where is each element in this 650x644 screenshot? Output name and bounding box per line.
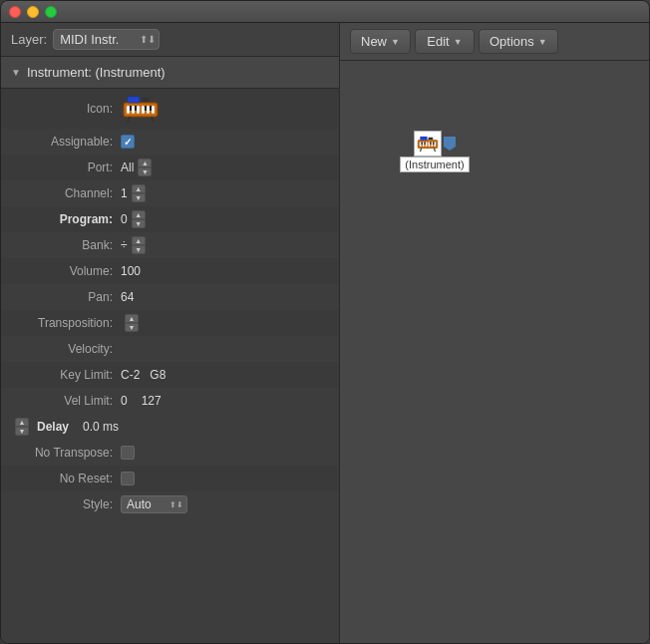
style-row: Style: Auto Custom ⬆⬇ <box>1 491 339 517</box>
edit-button[interactable]: Edit ▼ <box>415 29 475 54</box>
svg-rect-18 <box>420 142 422 147</box>
style-label: Style: <box>11 497 121 511</box>
edit-dropdown-arrow: ▼ <box>454 37 463 47</box>
instrument-node[interactable]: (Instrument) <box>400 131 470 172</box>
svg-rect-24 <box>422 142 423 145</box>
delay-down[interactable]: ▼ <box>15 427 29 436</box>
key-limit-low: C-2 <box>121 368 140 382</box>
node-icon-row <box>414 131 456 157</box>
pan-row: Pan: 64 <box>1 284 339 310</box>
left-panel: Layer: MIDI Instr. All Objects Click & F… <box>1 23 340 643</box>
volume-value: 100 <box>121 264 141 278</box>
no-reset-label: No Reset: <box>11 472 121 485</box>
new-button[interactable]: New ▼ <box>350 29 411 54</box>
node-icon-box <box>414 131 442 157</box>
no-reset-row: No Reset: <box>1 466 339 491</box>
transposition-stepper[interactable]: ▲ ▼ <box>125 314 139 332</box>
no-transpose-checkbox[interactable] <box>121 446 135 460</box>
svg-rect-26 <box>430 142 431 145</box>
port-down[interactable]: ▼ <box>138 167 152 176</box>
channel-value-wrapper: 1 ▲ ▼ <box>121 184 146 202</box>
right-panel: New ▼ Edit ▼ Options ▼ <box>340 23 649 643</box>
bank-down[interactable]: ▼ <box>132 245 146 254</box>
minimize-button[interactable] <box>27 6 39 18</box>
svg-line-2 <box>152 117 154 123</box>
svg-rect-29 <box>429 138 434 140</box>
transposition-down[interactable]: ▼ <box>125 323 139 332</box>
svg-rect-19 <box>423 142 425 147</box>
program-stepper[interactable]: ▲ ▼ <box>132 210 146 228</box>
maximize-button[interactable] <box>45 6 57 18</box>
close-button[interactable] <box>9 6 21 18</box>
vel-limit-high: 127 <box>142 394 162 408</box>
instrument-section: ▼ Instrument: (Instrument) Icon: <box>1 57 339 517</box>
channel-value: 1 <box>121 186 128 200</box>
channel-row: Channel: 1 ▲ ▼ <box>1 180 339 206</box>
pan-value: 64 <box>121 290 134 304</box>
svg-line-16 <box>420 149 421 152</box>
delay-up[interactable]: ▲ <box>15 418 29 427</box>
transposition-up[interactable]: ▲ <box>125 314 139 323</box>
no-transpose-label: No Transpose: <box>11 446 121 460</box>
delay-label: Delay <box>37 420 69 434</box>
bank-row: Bank: ÷ ▲ ▼ <box>1 232 339 258</box>
content-area: Layer: MIDI Instr. All Objects Click & F… <box>1 23 649 643</box>
program-down[interactable]: ▼ <box>132 219 146 228</box>
canvas-area: (Instrument) <box>340 61 649 643</box>
icon-label: Icon: <box>11 102 121 116</box>
style-select[interactable]: Auto Custom <box>121 495 187 513</box>
channel-up[interactable]: ▲ <box>132 184 146 193</box>
port-stepper[interactable]: ▲ ▼ <box>138 159 152 176</box>
no-transpose-row: No Transpose: <box>1 440 339 466</box>
transposition-row: Transposition: ▲ ▼ <box>1 310 339 336</box>
port-label: Port: <box>11 161 121 174</box>
layer-select[interactable]: MIDI Instr. All Objects Click & Fader <box>53 29 160 50</box>
bank-value-wrapper: ÷ ▲ ▼ <box>121 236 146 254</box>
delay-row: ▲ ▼ Delay 0.0 ms <box>1 414 339 440</box>
svg-rect-28 <box>420 137 427 140</box>
volume-label: Volume: <box>11 264 121 278</box>
svg-line-1 <box>128 117 130 123</box>
layer-bar: Layer: MIDI Instr. All Objects Click & F… <box>1 23 339 57</box>
instrument-title: Instrument: (Instrument) <box>27 65 165 80</box>
channel-down[interactable]: ▼ <box>132 193 146 202</box>
bank-value: ÷ <box>121 238 128 252</box>
bank-stepper[interactable]: ▲ ▼ <box>132 236 146 254</box>
svg-rect-12 <box>150 106 152 111</box>
svg-rect-5 <box>137 106 140 114</box>
program-up[interactable]: ▲ <box>132 210 146 219</box>
icon-display[interactable] <box>121 93 161 125</box>
vel-limit-row: Vel Limit: 0 127 <box>1 388 339 414</box>
assignable-label: Assignable: <box>11 135 121 149</box>
style-select-wrapper: Auto Custom ⬆⬇ <box>121 495 187 513</box>
svg-rect-11 <box>145 106 147 111</box>
bank-up[interactable]: ▲ <box>132 236 146 245</box>
channel-stepper[interactable]: ▲ ▼ <box>132 184 146 202</box>
program-row: Program: 0 ▲ ▼ <box>1 206 339 232</box>
collapse-icon: ▼ <box>11 67 21 78</box>
options-button[interactable]: Options ▼ <box>479 29 558 54</box>
instrument-header[interactable]: ▼ Instrument: (Instrument) <box>1 57 339 89</box>
svg-rect-21 <box>429 142 431 147</box>
options-dropdown-arrow: ▼ <box>538 37 547 47</box>
no-reset-checkbox[interactable] <box>121 472 135 485</box>
assignable-checkbox[interactable] <box>121 135 135 149</box>
svg-rect-10 <box>135 106 137 111</box>
port-row: Port: All ▲ ▼ <box>1 155 339 180</box>
bank-label: Bank: <box>11 238 121 252</box>
node-flag-icon <box>444 137 456 151</box>
synth-icon <box>122 95 160 123</box>
svg-rect-9 <box>130 106 132 111</box>
new-dropdown-arrow: ▼ <box>391 37 400 47</box>
layer-select-wrapper: MIDI Instr. All Objects Click & Fader ⬆⬇ <box>53 29 160 50</box>
traffic-lights <box>9 6 57 18</box>
svg-rect-4 <box>132 106 135 114</box>
transposition-label: Transposition: <box>11 316 121 330</box>
layer-label: Layer: <box>11 32 47 47</box>
delay-stepper[interactable]: ▲ ▼ <box>15 418 29 436</box>
port-up[interactable]: ▲ <box>138 159 152 167</box>
icon-row: Icon: <box>1 89 339 129</box>
svg-line-17 <box>434 149 435 152</box>
delay-value: 0.0 ms <box>83 420 119 434</box>
key-limit-high: G8 <box>150 368 165 382</box>
